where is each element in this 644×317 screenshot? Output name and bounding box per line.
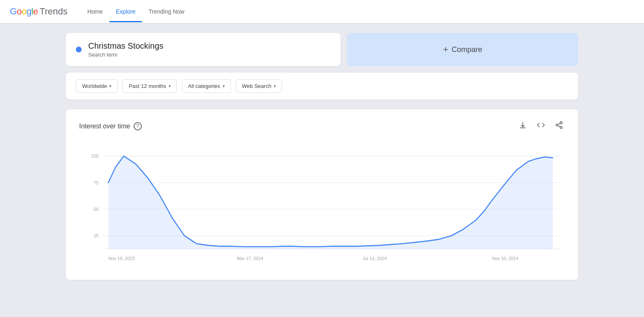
search-term-type: Search term [88,52,163,58]
compare-label: Compare [451,45,482,54]
compare-box[interactable]: + Compare [347,33,578,66]
search-type-filter[interactable]: Web Search ▾ [236,79,282,93]
search-box: Christmas Stockings Search term [66,33,341,66]
nav-home[interactable]: Home [81,1,109,22]
svg-point-0 [560,122,562,124]
category-filter[interactable]: All categories ▾ [182,79,231,93]
category-filter-label: All categories [188,83,220,89]
svg-text:Jul 14, 2024: Jul 14, 2024 [362,256,387,261]
svg-text:100: 100 [91,154,99,159]
svg-line-3 [558,125,560,127]
search-term-title: Christmas Stockings [88,41,163,51]
search-type-filter-label: Web Search [242,83,271,89]
svg-text:25: 25 [94,233,99,239]
chart-actions [517,119,565,133]
chart-header: Interest over time ? [79,119,565,133]
region-chevron-icon: ▾ [109,84,111,88]
svg-point-1 [556,124,558,126]
svg-text:Nov 19, 2023: Nov 19, 2023 [108,256,135,261]
compare-plus-icon: + [443,44,449,55]
search-term-info: Christmas Stockings Search term [88,41,163,58]
search-type-chevron-icon: ▾ [274,84,276,88]
time-filter[interactable]: Past 12 months ▾ [122,79,176,93]
svg-line-4 [558,123,560,124]
region-filter[interactable]: Worldwide ▾ [76,79,118,93]
header: Google Trends Home Explore Trending Now [0,0,644,23]
main-content: Christmas Stockings Search term + Compar… [0,23,644,290]
nav-trending-now[interactable]: Trending Now [142,1,191,22]
help-icon[interactable]: ? [134,122,142,130]
interest-chart: 100 75 50 25 Nov 19, 2023 Mar 17, 2024 J… [79,143,565,267]
category-chevron-icon: ▾ [223,84,225,88]
main-nav: Home Explore Trending Now [81,1,191,22]
time-chevron-icon: ▾ [169,84,171,88]
svg-text:75: 75 [94,180,99,185]
trends-wordmark: Trends [40,6,68,17]
svg-text:Mar 17, 2024: Mar 17, 2024 [237,256,263,261]
download-button[interactable] [517,119,529,133]
google-wordmark: Google [10,6,38,17]
nav-explore[interactable]: Explore [109,1,142,22]
filters-bar: Worldwide ▾ Past 12 months ▾ All categor… [66,73,578,99]
trend-area [108,156,553,249]
svg-text:Nov 10, 2024: Nov 10, 2024 [492,256,518,261]
logo: Google Trends [10,6,68,17]
chart-title: Interest over time [79,123,130,130]
share-button[interactable] [553,119,565,133]
svg-text:50: 50 [94,207,99,212]
search-area: Christmas Stockings Search term + Compar… [66,33,578,66]
embed-button[interactable] [535,119,547,133]
region-filter-label: Worldwide [82,83,107,89]
chart-title-area: Interest over time ? [79,122,142,130]
chart-card: Interest over time ? [66,109,578,280]
svg-point-2 [560,126,562,128]
chart-container: 100 75 50 25 Nov 19, 2023 Mar 17, 2024 J… [79,143,565,267]
search-dot-indicator [76,47,82,52]
time-filter-label: Past 12 months [129,83,166,89]
